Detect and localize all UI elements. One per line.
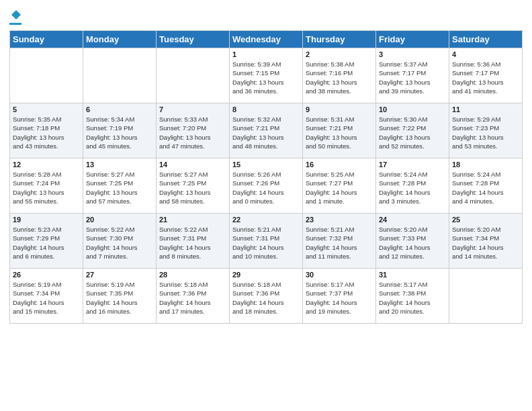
- page: SundayMondayTuesdayWednesdayThursdayFrid…: [0, 0, 532, 330]
- calendar-cell: 6Sunrise: 5:34 AM Sunset: 7:19 PM Daylig…: [83, 103, 157, 158]
- calendar-cell: 24Sunrise: 5:20 AM Sunset: 7:33 PM Dayli…: [376, 214, 449, 269]
- day-number: 20: [86, 216, 153, 224]
- calendar-cell: 23Sunrise: 5:21 AM Sunset: 7:32 PM Dayli…: [303, 214, 376, 269]
- day-number: 26: [13, 271, 80, 279]
- calendar-cell: 30Sunrise: 5:17 AM Sunset: 7:37 PM Dayli…: [303, 269, 376, 324]
- day-number: 17: [379, 161, 446, 169]
- day-info: Sunrise: 5:22 AM Sunset: 7:30 PM Dayligh…: [86, 225, 153, 261]
- day-info: Sunrise: 5:21 AM Sunset: 7:31 PM Dayligh…: [232, 225, 300, 261]
- weekday-header-wednesday: Wednesday: [230, 31, 303, 48]
- day-number: 13: [86, 161, 153, 169]
- day-info: Sunrise: 5:21 AM Sunset: 7:32 PM Dayligh…: [306, 225, 373, 261]
- calendar-cell: 20Sunrise: 5:22 AM Sunset: 7:30 PM Dayli…: [83, 214, 157, 269]
- day-number: 15: [232, 161, 300, 169]
- weekday-header-tuesday: Tuesday: [157, 31, 230, 48]
- calendar-cell: [83, 48, 157, 103]
- day-info: Sunrise: 5:27 AM Sunset: 7:25 PM Dayligh…: [159, 170, 226, 205]
- calendar-cell: 31Sunrise: 5:17 AM Sunset: 7:38 PM Dayli…: [376, 269, 449, 324]
- day-number: 30: [306, 271, 373, 279]
- calendar-cell: 18Sunrise: 5:24 AM Sunset: 7:28 PM Dayli…: [449, 158, 523, 214]
- day-info: Sunrise: 5:25 AM Sunset: 7:27 PM Dayligh…: [306, 170, 373, 205]
- day-info: Sunrise: 5:18 AM Sunset: 7:36 PM Dayligh…: [232, 280, 300, 316]
- weekday-header-row: SundayMondayTuesdayWednesdayThursdayFrid…: [10, 31, 523, 48]
- calendar-table: SundayMondayTuesdayWednesdayThursdayFrid…: [9, 30, 523, 324]
- day-number: 28: [159, 271, 226, 279]
- weekday-header-saturday: Saturday: [449, 31, 523, 48]
- day-number: 8: [232, 105, 300, 113]
- logo: [9, 7, 21, 25]
- calendar-cell: 8Sunrise: 5:32 AM Sunset: 7:21 PM Daylig…: [230, 103, 303, 158]
- day-number: 7: [159, 105, 226, 113]
- calendar-cell: 27Sunrise: 5:19 AM Sunset: 7:35 PM Dayli…: [83, 269, 157, 324]
- calendar-row-2: 12Sunrise: 5:28 AM Sunset: 7:24 PM Dayli…: [10, 158, 523, 214]
- calendar-cell: 25Sunrise: 5:20 AM Sunset: 7:34 PM Dayli…: [449, 214, 523, 269]
- calendar-cell: 21Sunrise: 5:22 AM Sunset: 7:31 PM Dayli…: [157, 214, 230, 269]
- weekday-header-sunday: Sunday: [10, 31, 83, 48]
- day-info: Sunrise: 5:19 AM Sunset: 7:35 PM Dayligh…: [86, 280, 153, 316]
- day-number: 25: [452, 216, 519, 224]
- day-info: Sunrise: 5:38 AM Sunset: 7:16 PM Dayligh…: [306, 60, 373, 95]
- day-info: Sunrise: 5:33 AM Sunset: 7:20 PM Dayligh…: [159, 115, 226, 150]
- day-number: 22: [232, 216, 300, 224]
- day-info: Sunrise: 5:17 AM Sunset: 7:38 PM Dayligh…: [379, 280, 446, 316]
- calendar-row-4: 26Sunrise: 5:19 AM Sunset: 7:34 PM Dayli…: [10, 269, 523, 324]
- calendar-cell: 15Sunrise: 5:26 AM Sunset: 7:26 PM Dayli…: [230, 158, 303, 214]
- day-number: 11: [452, 105, 519, 113]
- day-info: Sunrise: 5:19 AM Sunset: 7:34 PM Dayligh…: [13, 280, 80, 316]
- day-info: Sunrise: 5:20 AM Sunset: 7:34 PM Dayligh…: [452, 225, 519, 261]
- day-number: 2: [306, 50, 373, 58]
- calendar-cell: 3Sunrise: 5:37 AM Sunset: 7:17 PM Daylig…: [376, 48, 449, 103]
- calendar-row-0: 1Sunrise: 5:39 AM Sunset: 7:15 PM Daylig…: [10, 48, 523, 103]
- calendar-cell: [157, 48, 230, 103]
- weekday-header-monday: Monday: [83, 31, 157, 48]
- calendar-row-3: 19Sunrise: 5:23 AM Sunset: 7:29 PM Dayli…: [10, 214, 523, 269]
- day-number: 18: [452, 161, 519, 169]
- calendar-cell: 2Sunrise: 5:38 AM Sunset: 7:16 PM Daylig…: [303, 48, 376, 103]
- calendar-cell: 17Sunrise: 5:24 AM Sunset: 7:28 PM Dayli…: [376, 158, 449, 214]
- calendar-cell: [449, 269, 523, 324]
- day-number: 21: [159, 216, 226, 224]
- day-number: 31: [379, 271, 446, 279]
- day-number: 19: [13, 216, 80, 224]
- header: [9, 7, 523, 25]
- day-number: 16: [306, 161, 373, 169]
- calendar-cell: 4Sunrise: 5:36 AM Sunset: 7:17 PM Daylig…: [449, 48, 523, 103]
- day-info: Sunrise: 5:32 AM Sunset: 7:21 PM Dayligh…: [232, 115, 300, 150]
- calendar-cell: 12Sunrise: 5:28 AM Sunset: 7:24 PM Dayli…: [10, 158, 83, 214]
- calendar-cell: 16Sunrise: 5:25 AM Sunset: 7:27 PM Dayli…: [303, 158, 376, 214]
- day-number: 4: [452, 50, 519, 58]
- day-info: Sunrise: 5:39 AM Sunset: 7:15 PM Dayligh…: [232, 60, 300, 95]
- day-number: 6: [86, 105, 153, 113]
- calendar-cell: 13Sunrise: 5:27 AM Sunset: 7:25 PM Dayli…: [83, 158, 157, 214]
- logo-underline: [9, 23, 21, 25]
- svg-marker-0: [11, 10, 21, 19]
- day-number: 9: [306, 105, 373, 113]
- day-number: 27: [86, 271, 153, 279]
- day-info: Sunrise: 5:24 AM Sunset: 7:28 PM Dayligh…: [452, 170, 519, 205]
- day-info: Sunrise: 5:34 AM Sunset: 7:19 PM Dayligh…: [86, 115, 153, 150]
- calendar-cell: 29Sunrise: 5:18 AM Sunset: 7:36 PM Dayli…: [230, 269, 303, 324]
- calendar-cell: 14Sunrise: 5:27 AM Sunset: 7:25 PM Dayli…: [157, 158, 230, 214]
- day-info: Sunrise: 5:26 AM Sunset: 7:26 PM Dayligh…: [232, 170, 300, 205]
- calendar-header: SundayMondayTuesdayWednesdayThursdayFrid…: [10, 31, 523, 48]
- weekday-header-thursday: Thursday: [303, 31, 376, 48]
- day-info: Sunrise: 5:28 AM Sunset: 7:24 PM Dayligh…: [13, 170, 80, 205]
- day-number: 3: [379, 50, 446, 58]
- calendar-body: 1Sunrise: 5:39 AM Sunset: 7:15 PM Daylig…: [10, 48, 523, 324]
- day-info: Sunrise: 5:22 AM Sunset: 7:31 PM Dayligh…: [159, 225, 226, 261]
- calendar-cell: 11Sunrise: 5:29 AM Sunset: 7:23 PM Dayli…: [449, 103, 523, 158]
- day-info: Sunrise: 5:24 AM Sunset: 7:28 PM Dayligh…: [379, 170, 446, 205]
- calendar-cell: 26Sunrise: 5:19 AM Sunset: 7:34 PM Dayli…: [10, 269, 83, 324]
- logo-icon: [11, 9, 21, 20]
- day-number: 5: [13, 105, 80, 113]
- calendar-cell: 1Sunrise: 5:39 AM Sunset: 7:15 PM Daylig…: [230, 48, 303, 103]
- day-number: 1: [232, 50, 300, 58]
- day-info: Sunrise: 5:35 AM Sunset: 7:18 PM Dayligh…: [13, 115, 80, 150]
- day-info: Sunrise: 5:23 AM Sunset: 7:29 PM Dayligh…: [13, 225, 80, 261]
- day-number: 24: [379, 216, 446, 224]
- calendar-row-1: 5Sunrise: 5:35 AM Sunset: 7:18 PM Daylig…: [10, 103, 523, 158]
- weekday-header-friday: Friday: [376, 31, 449, 48]
- calendar-cell: 7Sunrise: 5:33 AM Sunset: 7:20 PM Daylig…: [157, 103, 230, 158]
- calendar-cell: [10, 48, 83, 103]
- day-number: 23: [306, 216, 373, 224]
